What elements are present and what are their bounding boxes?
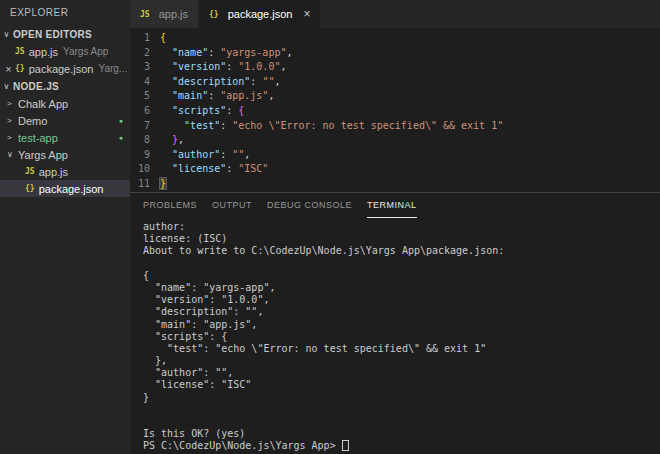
line-number: 10 xyxy=(130,162,150,177)
terminal-line: "name": "yargs-app", xyxy=(143,282,660,294)
js-file-icon: JS xyxy=(25,167,35,176)
code-text: } xyxy=(150,177,166,192)
item-label: Demo xyxy=(18,115,47,127)
terminal-cursor xyxy=(342,440,349,451)
item-label: app.js xyxy=(39,166,68,178)
code-text: "test": "echo \"Error: no test specified… xyxy=(150,119,503,134)
file-name: app.js xyxy=(29,46,58,58)
code-text: "author": "", xyxy=(150,148,250,163)
line-number: 3 xyxy=(130,60,150,75)
terminal-line: author: xyxy=(143,221,660,233)
json-file-icon: {} xyxy=(209,10,219,19)
tree-item-demo[interactable]: >Demo● xyxy=(0,112,130,129)
open-editors-label: OPEN EDITORS xyxy=(13,29,92,40)
tab-app-js[interactable]: JSapp.js xyxy=(130,0,199,28)
explorer-tree: >Chalk App>Demo●>test-app●∨Yargs AppJSap… xyxy=(0,95,130,197)
panel-tab-terminal[interactable]: TERMINAL xyxy=(367,193,417,218)
line-number: 7 xyxy=(130,119,150,134)
editor-area: JSapp.js{}package.json× 1{2 "name": "yar… xyxy=(130,0,660,454)
sidebar-title: EXPLORER xyxy=(0,0,130,25)
open-editors-list: JSapp.jsYargs App×{}package.jsonYarg... xyxy=(0,43,130,77)
line-number: 11 xyxy=(130,177,150,192)
tab-label: app.js xyxy=(159,8,188,20)
code-line: 5 "main": "app.js", xyxy=(130,89,660,104)
file-detail: Yarg... xyxy=(98,63,127,74)
tree-item-yargs-app[interactable]: ∨Yargs App xyxy=(0,146,130,163)
code-text: { xyxy=(150,31,166,46)
file-name: package.json xyxy=(29,63,94,75)
js-file-icon: JS xyxy=(15,47,25,56)
terminal-line xyxy=(143,416,660,428)
chevron-icon: > xyxy=(5,99,18,108)
terminal-line: }, xyxy=(143,355,660,367)
open-editor-app-js[interactable]: JSapp.jsYargs App xyxy=(0,43,130,60)
chevron-icon: ∨ xyxy=(5,150,18,159)
item-label: test-app xyxy=(18,132,58,144)
code-line: 2 "name": "yargs-app", xyxy=(130,46,660,61)
line-number: 1 xyxy=(130,31,150,46)
code-line: 4 "description": "", xyxy=(130,75,660,90)
tree-item-app-js[interactable]: JSapp.js xyxy=(0,163,130,180)
open-editor-package-json[interactable]: ×{}package.jsonYarg... xyxy=(0,60,130,77)
code-text: "name": "yargs-app", xyxy=(150,46,292,61)
bottom-panel: PROBLEMSOUTPUTDEBUG CONSOLETERMINAL auth… xyxy=(130,192,660,454)
vscode-window: EXPLORER ∨ OPEN EDITORS JSapp.jsYargs Ap… xyxy=(0,0,660,454)
chevron-icon: > xyxy=(5,133,18,142)
terminal-line: "description": "", xyxy=(143,306,660,318)
line-number: 2 xyxy=(130,46,150,61)
chevron-down-icon: ∨ xyxy=(0,82,13,91)
tree-item-package-json[interactable]: {}package.json xyxy=(0,180,130,197)
terminal-line: } xyxy=(143,392,660,404)
terminal-prompt-line[interactable]: PS C:\CodezUp\Node.js\Yargs App> xyxy=(143,440,660,452)
code-text: "main": "app.js", xyxy=(150,89,274,104)
terminal-line xyxy=(143,258,660,270)
explorer-sidebar: EXPLORER ∨ OPEN EDITORS JSapp.jsYargs Ap… xyxy=(0,0,130,454)
workspace-header[interactable]: ∨ NODE.JS xyxy=(0,77,130,95)
tab-bar: JSapp.js{}package.json× xyxy=(130,0,660,28)
terminal-line: Is this OK? (yes) xyxy=(143,428,660,440)
code-line: 7 "test": "echo \"Error: no test specifi… xyxy=(130,119,660,134)
terminal-line: "test": "echo \"Error: no test specified… xyxy=(143,343,660,355)
item-label: Chalk App xyxy=(18,98,68,110)
file-detail: Yargs App xyxy=(63,46,108,57)
tree-item-chalk-app[interactable]: >Chalk App xyxy=(0,95,130,112)
json-file-icon: {} xyxy=(15,64,25,73)
open-editors-header[interactable]: ∨ OPEN EDITORS xyxy=(0,25,130,43)
panel-tab-output[interactable]: OUTPUT xyxy=(212,193,252,218)
git-status-dot-icon: ● xyxy=(119,117,123,124)
panel-tab-debug-console[interactable]: DEBUG CONSOLE xyxy=(267,193,352,218)
close-icon[interactable]: × xyxy=(2,63,15,75)
terminal-line xyxy=(143,404,660,416)
code-text: "version": "1.0.0", xyxy=(150,60,286,75)
code-line: 9 "author": "", xyxy=(130,148,660,163)
code-line: 6 "scripts": { xyxy=(130,104,660,119)
panel-tabs: PROBLEMSOUTPUTDEBUG CONSOLETERMINAL xyxy=(130,193,660,218)
terminal-line: "main": "app.js", xyxy=(143,319,660,331)
code-text: "license": "ISC" xyxy=(150,162,268,177)
close-icon[interactable]: × xyxy=(303,7,310,21)
git-status-dot-icon: ● xyxy=(119,134,123,141)
tab-label: package.json xyxy=(228,8,293,20)
line-number: 5 xyxy=(130,89,150,104)
editor-content[interactable]: 1{2 "name": "yargs-app",3 "version": "1.… xyxy=(130,28,660,192)
item-label: Yargs App xyxy=(18,149,68,161)
panel-tab-problems[interactable]: PROBLEMS xyxy=(143,193,197,218)
tab-package-json[interactable]: {}package.json× xyxy=(199,0,321,28)
code-line: 8 }, xyxy=(130,133,660,148)
terminal-line: "scripts": { xyxy=(143,331,660,343)
terminal-line: "author": "", xyxy=(143,367,660,379)
line-number: 8 xyxy=(130,133,150,148)
code-line: 3 "version": "1.0.0", xyxy=(130,60,660,75)
line-number: 6 xyxy=(130,104,150,119)
code-line: 11} xyxy=(130,177,660,192)
js-file-icon: JS xyxy=(140,10,150,19)
line-number: 9 xyxy=(130,148,150,163)
code-text: "scripts": { xyxy=(150,104,244,119)
terminal-line: About to write to C:\CodezUp\Node.js\Yar… xyxy=(143,245,660,257)
terminal-output[interactable]: author:license: (ISC)About to write to C… xyxy=(130,218,660,454)
line-number: 4 xyxy=(130,75,150,90)
tree-item-test-app[interactable]: >test-app● xyxy=(0,129,130,146)
terminal-line: license: (ISC) xyxy=(143,233,660,245)
terminal-line: "version": "1.0.0", xyxy=(143,294,660,306)
chevron-down-icon: ∨ xyxy=(0,30,13,39)
